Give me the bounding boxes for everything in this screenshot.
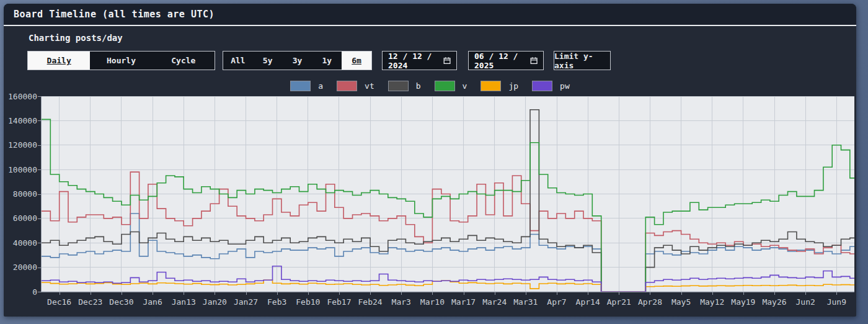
granularity-button-group: DailyHourlyCycle bbox=[27, 51, 215, 70]
x-axis-tick bbox=[588, 292, 588, 295]
title-bar: Board Timeline (all times are UTC) bbox=[4, 4, 856, 26]
x-axis-tick bbox=[308, 292, 309, 295]
y-axis-tick bbox=[38, 243, 42, 243]
y-axis-label: 140000 bbox=[4, 116, 37, 125]
granularity-button-cycle[interactable]: Cycle bbox=[153, 52, 215, 70]
x-axis-tick bbox=[464, 292, 464, 295]
legend-label-vt: vt bbox=[365, 81, 374, 91]
series-line-vt bbox=[42, 172, 854, 292]
y-axis-tick bbox=[38, 292, 42, 292]
x-axis-tick bbox=[712, 292, 713, 295]
legend-label-jp: jp bbox=[508, 81, 518, 91]
legend-item-vt[interactable]: vt bbox=[337, 81, 374, 91]
legend-label-b: b bbox=[416, 81, 421, 91]
x-axis-tick bbox=[681, 292, 682, 295]
legend-swatch-jp bbox=[480, 81, 501, 91]
granularity-button-daily[interactable]: Daily bbox=[28, 52, 90, 70]
range-button-3y[interactable]: 3y bbox=[283, 52, 312, 70]
date-to-value: 06 / 12 / 2025 bbox=[474, 52, 530, 70]
y-axis-tick bbox=[38, 120, 42, 121]
x-axis-tick bbox=[432, 292, 433, 295]
legend-swatch-vt bbox=[337, 81, 357, 91]
x-axis-tick bbox=[339, 292, 340, 295]
chart-legend: avtbvjppw bbox=[4, 81, 856, 91]
x-axis-tick bbox=[557, 292, 557, 295]
x-axis-tick bbox=[277, 292, 278, 295]
x-axis-tick bbox=[774, 292, 775, 295]
y-axis-tick bbox=[38, 194, 42, 195]
series-line-jp bbox=[42, 280, 854, 292]
chart-plot-area[interactable] bbox=[41, 96, 854, 292]
date-from-input[interactable]: 12 / 12 / 2024 bbox=[382, 51, 457, 70]
series-line-pw bbox=[42, 266, 854, 292]
board-timeline-panel: Board Timeline (all times are UTC) Chart… bbox=[4, 4, 856, 317]
range-button-5y[interactable]: 5y bbox=[253, 52, 283, 70]
legend-label-v: v bbox=[463, 81, 467, 91]
x-axis-tick bbox=[246, 292, 247, 295]
x-axis-tick bbox=[184, 292, 184, 295]
x-axis-tick bbox=[60, 292, 60, 295]
legend-swatch-v bbox=[435, 81, 455, 91]
x-axis-tick bbox=[401, 292, 402, 295]
legend-item-pw[interactable]: pw bbox=[532, 81, 570, 91]
x-axis-tick bbox=[122, 292, 122, 295]
legend-label-a: a bbox=[318, 81, 323, 91]
date-from-value: 12 / 12 / 2024 bbox=[388, 52, 443, 70]
calendar-icon[interactable] bbox=[530, 56, 538, 65]
granularity-button-hourly[interactable]: Hourly bbox=[90, 52, 152, 70]
y-axis-tick bbox=[38, 218, 42, 219]
legend-swatch-a bbox=[290, 81, 311, 91]
legend-swatch-pw bbox=[532, 81, 552, 91]
range-button-group: All5y3y1y6m bbox=[223, 51, 372, 70]
legend-item-b[interactable]: b bbox=[388, 81, 421, 91]
y-axis-label: 40000 bbox=[4, 238, 37, 248]
x-axis-tick bbox=[526, 292, 526, 295]
y-axis-tick bbox=[38, 96, 42, 97]
series-line-a bbox=[42, 214, 854, 292]
x-axis-tick bbox=[153, 292, 153, 295]
date-to-input[interactable]: 06 / 12 / 2025 bbox=[468, 51, 544, 70]
y-axis-label: 80000 bbox=[4, 189, 37, 199]
x-axis-label: Jun9 bbox=[810, 297, 856, 307]
x-axis-tick bbox=[495, 292, 495, 295]
range-button-1y[interactable]: 1y bbox=[312, 52, 342, 70]
legend-item-a[interactable]: a bbox=[290, 81, 323, 91]
calendar-icon[interactable] bbox=[443, 56, 451, 65]
x-axis-tick bbox=[91, 292, 91, 295]
range-button-all[interactable]: All bbox=[223, 52, 253, 70]
x-axis-tick bbox=[743, 292, 744, 295]
y-axis-tick bbox=[38, 268, 42, 268]
legend-item-v[interactable]: v bbox=[435, 81, 467, 91]
x-axis-tick bbox=[805, 292, 806, 295]
y-axis-label: 60000 bbox=[4, 214, 37, 223]
chart-heading: Charting posts/day bbox=[29, 33, 123, 43]
limit-y-axis-label: Limit y-axis bbox=[554, 52, 610, 70]
y-axis-tick bbox=[38, 169, 42, 170]
x-axis-tick bbox=[619, 292, 619, 295]
x-axis-tick bbox=[650, 292, 650, 295]
timeline-chart bbox=[42, 96, 854, 292]
y-axis-label: 160000 bbox=[4, 92, 37, 101]
x-axis-tick bbox=[836, 292, 837, 295]
series-line-b bbox=[42, 110, 854, 292]
legend-label-pw: pw bbox=[560, 81, 570, 91]
x-axis-tick bbox=[370, 292, 371, 295]
limit-y-axis-button[interactable]: Limit y-axis bbox=[554, 51, 611, 70]
y-axis-label: 120000 bbox=[4, 140, 37, 150]
y-axis-label: 0 bbox=[4, 287, 37, 297]
page-title: Board Timeline (all times are UTC) bbox=[14, 9, 215, 20]
y-axis-tick bbox=[38, 145, 42, 146]
y-axis-label: 20000 bbox=[4, 263, 37, 272]
legend-swatch-b bbox=[388, 81, 409, 91]
range-button-6m[interactable]: 6m bbox=[342, 52, 371, 70]
y-axis-label: 100000 bbox=[4, 165, 37, 174]
x-axis-tick bbox=[215, 292, 215, 295]
legend-item-jp[interactable]: jp bbox=[480, 81, 518, 91]
